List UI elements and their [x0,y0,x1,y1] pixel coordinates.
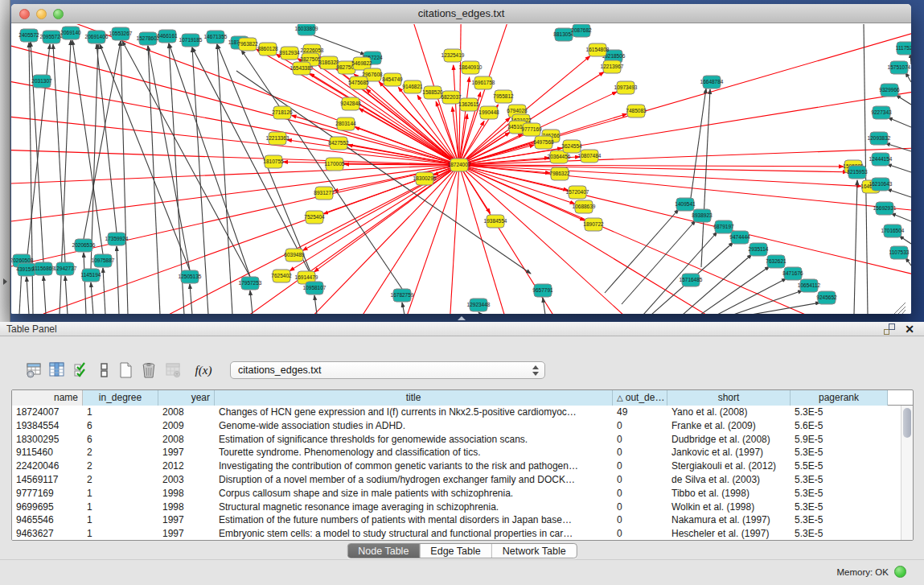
graph-node-teal[interactable]: 12923448 [467,299,491,311]
graph-node-teal[interactable]: 9227343 [871,106,892,119]
graph-node-teal[interactable]: 12093832 [868,132,891,145]
column-header-title[interactable]: title [215,390,613,406]
graph-node-teal[interactable]: 2405572 [18,29,39,42]
tab-network-table[interactable]: Network Table [491,544,577,558]
graph-node-teal[interactable]: 15751074 [888,61,911,74]
graph-node-yellow[interactable]: 15720407 [566,186,589,199]
column-header-out_de[interactable]: △out_de… [613,390,667,406]
graph-node-yellow[interactable]: 16961758 [472,76,495,89]
scrollbar-thumb[interactable] [903,408,911,438]
graph-node-yellow[interactable]: 1990448 [478,106,499,119]
column-header-in_degree[interactable]: in_degree [83,390,158,406]
graph-node-teal[interactable]: 17016504 [881,225,905,237]
graph-node-yellow[interactable]: 19384554 [484,215,507,228]
create-table-button[interactable] [117,360,136,380]
graph-node-teal[interactable]: 15716485 [680,274,703,286]
graph-node-yellow[interactable]: 7963822 [237,38,258,51]
graph-node-yellow[interactable]: 12325419 [441,49,465,62]
network-canvas[interactable]: 2405572209557242069140206914061055326715… [11,24,911,314]
column-header-year[interactable]: year [158,390,215,406]
delete-rows-button[interactable] [139,360,158,380]
graph-node-yellow[interactable]: 1588520 [422,86,443,99]
graph-node-teal[interactable]: 10975887 [92,254,115,267]
table-row[interactable]: 977716911998Corpus callosum shape and si… [12,487,901,501]
graph-node-yellow[interactable]: 8931277 [314,187,335,200]
graph-node-teal[interactable]: 8938923 [692,209,713,222]
graph-node-yellow[interactable]: 8454749 [382,73,403,86]
graph-node-yellow[interactable]: 6497568 [533,136,554,149]
graph-node-yellow[interactable]: 8860128 [257,43,278,56]
zoom-traffic-light-button[interactable] [53,9,64,19]
graph-node-yellow[interactable]: 12213967 [601,60,624,73]
graph-node-yellow[interactable]: 18724007 [448,159,471,171]
float-window-icon[interactable] [884,323,895,335]
splitter-grip-icon[interactable] [458,316,466,320]
graph-node-teal[interactable]: 12942737 [54,262,77,275]
graph-node-yellow[interactable]: 16154808 [586,43,610,56]
minimize-traffic-light-button[interactable] [36,9,47,19]
graph-node-teal[interactable]: 1107533 [889,246,910,259]
table-options-button[interactable] [25,360,44,380]
column-header-name[interactable]: name [12,390,83,406]
table-row[interactable]: 1872400712008Changes of HCN gene express… [12,406,901,419]
table-row[interactable]: 946554611997Estimation of the future num… [12,513,901,527]
graph-node-teal[interactable]: 1117524 [896,42,911,55]
tab-edge-table[interactable]: Edge Table [419,544,491,558]
graph-node-teal[interactable]: 6879197 [713,220,734,233]
network-graph[interactable]: 2405572209557242069140206914061055326715… [11,24,911,314]
graph-node-yellow[interactable]: 7485083 [626,105,647,117]
graph-node-teal[interactable]: 20691406 [85,31,109,43]
graph-node-teal[interactable]: 17359924 [105,233,129,245]
table-row[interactable]: 2242004622012Investigating the contribut… [12,459,901,473]
graph-node-yellow[interactable]: 1362615 [458,98,479,111]
graph-node-yellow[interactable]: 3624554 [561,140,582,153]
show-columns-button[interactable] [47,360,67,380]
graph-node-teal[interactable]: 16210643 [869,178,893,191]
graph-node-yellow[interactable]: 1170005 [325,158,345,171]
graph-node-yellow[interactable]: 10688639 [573,200,596,213]
graph-node-teal[interactable]: 16033809 [295,24,318,35]
table-row[interactable]: 1456911722003Disruption of a novel membe… [12,473,901,487]
function-builder-button[interactable]: f(x) [191,360,216,380]
graph-node-teal[interactable]: 10958107 [303,282,326,295]
graph-node-yellow[interactable]: 10807484 [578,150,602,163]
graph-node-teal[interactable]: 8471676 [782,267,803,280]
column-header-short[interactable]: short [667,390,791,406]
graph-node-teal[interactable]: 12505135 [179,270,202,283]
graph-node-teal[interactable]: 16648784 [700,76,724,89]
graph-node-teal[interactable]: 2069140 [60,27,81,39]
graph-node-yellow[interactable]: 6039489 [284,249,305,262]
graph-node-teal[interactable]: 9657791 [532,284,553,297]
graph-node-yellow[interactable]: 7986322 [549,167,570,180]
graph-node-teal[interactable]: 20206536 [72,239,96,252]
clear-selection-button[interactable] [95,360,114,380]
graph-node-yellow[interactable]: 2718126 [272,106,293,119]
graph-node-yellow[interactable]: 7625402 [271,270,292,282]
graph-node-teal[interactable]: 9329966 [879,84,900,97]
table-row[interactable]: 1938455462009Genome-wide association stu… [12,419,901,433]
graph-node-teal[interactable]: 2031307 [31,75,52,88]
graph-node-teal[interactable]: 9474444 [729,231,750,244]
graph-node-teal[interactable]: 9245652 [816,291,837,304]
left-collapsed-panel[interactable] [0,0,10,322]
graph-node-teal[interactable]: 7632621 [766,255,786,268]
graph-node-yellow[interactable]: 8427552 [328,137,349,150]
graph-node-teal[interactable]: 15692931 [873,202,897,215]
graph-node-teal[interactable]: 10553267 [109,27,133,40]
graph-node-teal[interactable]: 6466161 [157,30,178,43]
graph-node-yellow[interactable]: 2803144 [335,117,356,130]
panel-collapse-arrow-icon[interactable] [3,278,7,285]
memory-status-indicator[interactable] [894,566,906,578]
table-row[interactable]: 946362711997Embryonic stem cells: a mode… [12,527,901,541]
graph-node-teal[interactable]: 16782759 [391,289,414,302]
graph-node-yellow[interactable]: 10973493 [614,81,638,94]
graph-node-yellow[interactable]: 7525404 [304,211,325,224]
graph-node-teal[interactable]: 1145194 [81,269,101,282]
graph-node-teal[interactable]: 14671355 [204,31,228,43]
graph-node-yellow[interactable]: 9242848 [340,97,361,110]
graph-node-teal[interactable]: 2087682 [571,24,592,37]
destroy-table-button-disabled[interactable] [164,360,183,380]
table-selector-combo[interactable]: citations_edges.txt [230,361,545,379]
graph-node-yellow[interactable]: 9146821 [402,80,423,93]
graph-node-yellow[interactable]: 16543382 [290,62,314,75]
